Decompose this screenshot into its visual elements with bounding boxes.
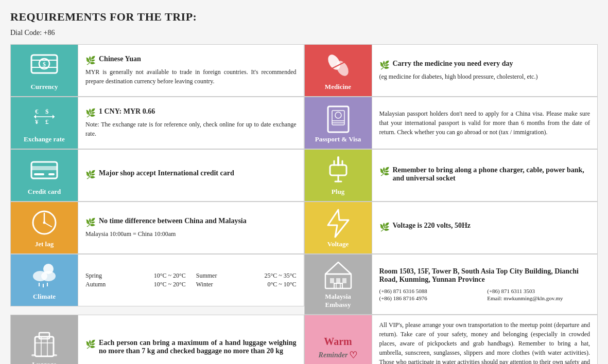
winter-row: Winter 0°C ~ 10°C [196,281,297,288]
currency-content: 🌿 Chinese Yuan MYR is generally not avai… [78,45,304,96]
svg-text:£: £ [45,118,49,125]
luggage-card: Luggage 🌿 Each person can bring a maximu… [10,315,304,364]
left-column: $ Currency 🌿 Chinese Yuan MYR is general… [10,44,304,315]
svg-text:$: $ [43,61,46,68]
climate-icon-cell: Climate [11,254,78,306]
leaf-icon-4: 🌿 [85,217,96,227]
embassy-svg-icon [323,260,354,290]
medicine-text: (eg medicine for diabetes, high blood pr… [379,72,590,81]
embassy-title: Room 1503, 15F, Tower B, South Asia Top … [379,267,590,284]
svg-marker-10 [53,115,55,119]
plug-card: Plug 🌿 Remember to bring along a phone c… [304,149,598,202]
embassy-contact-2: (+86) 871 6311 3503 [487,288,590,294]
leaf-icon-8: 🌿 [85,339,96,349]
leaf-icon: 🌿 [85,56,96,65]
climate-temps: Spring 10°C ~ 20°C Summer 25°C ~ 35°C Au… [85,272,297,288]
embassy-contact-4: Email: mwkunming@kln.gov.my [487,295,590,301]
medicine-title: 🌿 Carry the medicine you need every day [379,60,590,70]
embassy-card: Malaysia Embassy Room 1503, 15F, Tower B… [304,254,598,315]
exchange-rate-title: 🌿 1 CNY: MYR 0.66 [85,107,297,118]
climate-card: Climate Spring 10°C ~ 20°C Summer 25°C ~… [10,254,304,306]
svg-marker-40 [328,210,349,237]
svg-rect-50 [39,333,49,339]
credit-card-title: 🌿 Major shop accept International credit… [85,169,297,179]
currency-title: 🌿 Chinese Yuan [85,55,297,65]
luggage-svg-icon [29,327,60,358]
page-title: REQUIREMENTS FOR THE TRIP: [10,10,598,24]
medicine-content: 🌿 Carry the medicine you need every day … [372,45,598,96]
credit-card-content: 🌿 Major shop accept International credit… [78,150,304,201]
embassy-icon-cell: Malaysia Embassy [305,254,372,314]
jet-lag-svg-icon [29,207,60,238]
svg-marker-42 [325,262,351,274]
embassy-contact-3: (+86) 186 8716 4976 [379,295,482,301]
main-grid: $ Currency 🌿 Chinese Yuan MYR is general… [10,44,598,315]
leaf-icon-5: 🌿 [379,60,390,70]
spring-temp: 10°C ~ 20°C [154,272,186,280]
warm-reminder-icon-cell: Warm Reminder ♡ [305,315,372,364]
voltage-content: 🌿 Voltage is 220 volts, 50Hz [372,202,598,253]
svg-rect-55 [53,354,57,356]
svg-point-31 [335,112,341,118]
svg-rect-48 [334,283,342,288]
passport-icon-cell: Passport & Visa [305,97,372,149]
luggage-icon-label: Luggage [32,360,57,364]
plug-title: 🌿 Remember to bring along a phone charge… [379,166,590,183]
plug-svg-icon [323,155,354,186]
exchange-rate-text: Note: The exchange rate is for reference… [85,120,297,138]
warm-reminder-icon: Warm Reminder ♡ [319,336,358,361]
voltage-title: 🌿 Voltage is 220 volts, 50Hz [379,222,590,232]
exchange-rate-icon-label: Exchange rate [24,135,65,143]
jet-lag-title: 🌿 No time difference between China and M… [85,217,297,227]
summer-label: Summer [196,272,217,280]
spring-row: Spring 10°C ~ 20°C [85,272,186,280]
exchange-rate-content: 🌿 1 CNY: MYR 0.66 Note: The exchange rat… [78,97,304,149]
svg-text:¥: ¥ [35,118,39,125]
svg-rect-14 [34,173,44,175]
warm-reminder-card: Warm Reminder ♡ All VIP's, please arrang… [304,315,598,364]
medicine-card: Medicine 🌿 Carry the medicine you need e… [304,44,598,97]
medicine-svg-icon [323,50,354,81]
currency-text: MYR is generally not available to trade … [85,67,297,86]
right-column: Medicine 🌿 Carry the medicine you need e… [304,44,598,315]
passport-text: Malaysian passport holders don't need to… [379,109,590,137]
passport-content: Malaysian passport holders don't need to… [372,97,598,149]
warm-reminder-text: All VIP's, please arrange your own trans… [379,320,590,364]
passport-svg-icon [323,102,354,133]
currency-icon-label: Currency [30,83,58,91]
luggage-title: 🌿 Each person can bring a maximum of a h… [85,339,297,355]
svg-rect-44 [336,278,340,283]
passport-icon-label: Passport & Visa [315,135,361,143]
currency-svg-icon: $ [29,50,60,81]
climate-svg-icon [29,260,60,290]
leaf-icon-2: 🌿 [85,108,96,118]
jet-lag-card: Jet lag 🌿 No time difference between Chi… [10,202,304,254]
dial-code: Dial Code: +86 [10,29,598,37]
jet-lag-text: Malaysia 10:00am = China 10:00am [85,229,297,239]
voltage-icon-cell: Voltage [305,202,372,253]
exchange-rate-svg-icon: € $ ¥ £ [29,102,60,133]
autumn-label: Autumn [85,281,106,288]
currency-icon-cell: $ Currency [11,45,78,96]
svg-point-19 [43,222,46,224]
voltage-card: Voltage 🌿 Voltage is 220 volts, 50Hz [304,202,598,254]
autumn-temp: 10°C ~ 20°C [154,281,186,288]
exchange-rate-icon-cell: € $ ¥ £ Exchange rate [11,97,78,149]
jet-lag-icon-label: Jet lag [35,240,54,248]
passport-visa-card: Passport & Visa Malaysian passport holde… [304,97,598,149]
credit-card-icon-cell: Credit card [11,150,78,201]
svg-text:$: $ [45,107,49,115]
heart-icon: ♡ [349,350,357,361]
credit-card-icon-label: Credit card [28,188,61,196]
medicine-icon-cell: Medicine [305,45,372,96]
voltage-svg-icon [323,207,354,238]
embassy-contact-1: (+86) 871 6316 5088 [379,288,482,294]
jet-lag-icon-cell: Jet lag [11,202,78,253]
leaf-icon-3: 🌿 [85,170,96,179]
bottom-row: Luggage 🌿 Each person can bring a maximu… [10,315,598,364]
spring-label: Spring [85,272,102,280]
summer-temp: 25°C ~ 35°C [264,272,296,280]
svg-rect-35 [330,165,346,175]
leaf-icon-6: 🌿 [379,167,390,176]
plug-content: 🌿 Remember to bring along a phone charge… [372,150,598,201]
